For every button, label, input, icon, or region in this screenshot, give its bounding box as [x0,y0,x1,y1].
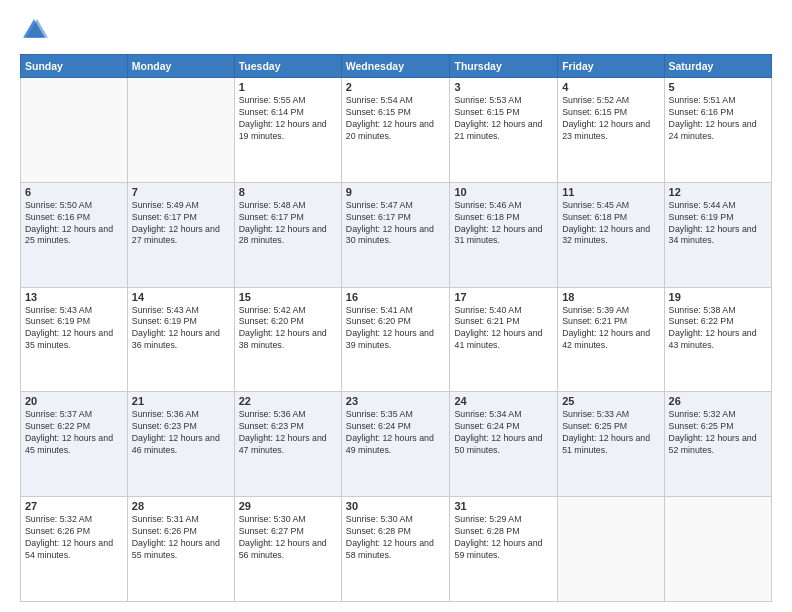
calendar-cell: 17Sunrise: 5:40 AMSunset: 6:21 PMDayligh… [450,287,558,392]
day-info: Sunrise: 5:33 AMSunset: 6:25 PMDaylight:… [562,409,659,457]
calendar-cell [21,78,128,183]
day-number: 2 [346,81,446,93]
day-number: 31 [454,500,553,512]
day-number: 20 [25,395,123,407]
logo-icon [20,16,48,44]
day-info: Sunrise: 5:54 AMSunset: 6:15 PMDaylight:… [346,95,446,143]
calendar-cell: 31Sunrise: 5:29 AMSunset: 6:28 PMDayligh… [450,497,558,602]
calendar-cell: 30Sunrise: 5:30 AMSunset: 6:28 PMDayligh… [341,497,450,602]
calendar-week-row: 27Sunrise: 5:32 AMSunset: 6:26 PMDayligh… [21,497,772,602]
day-info: Sunrise: 5:45 AMSunset: 6:18 PMDaylight:… [562,200,659,248]
day-number: 4 [562,81,659,93]
day-info: Sunrise: 5:35 AMSunset: 6:24 PMDaylight:… [346,409,446,457]
day-info: Sunrise: 5:36 AMSunset: 6:23 PMDaylight:… [239,409,337,457]
header [20,16,772,44]
day-number: 30 [346,500,446,512]
calendar-cell: 12Sunrise: 5:44 AMSunset: 6:19 PMDayligh… [664,182,771,287]
calendar-header-row: SundayMondayTuesdayWednesdayThursdayFrid… [21,55,772,78]
day-number: 19 [669,291,767,303]
calendar-day-header: Monday [127,55,234,78]
day-number: 23 [346,395,446,407]
day-info: Sunrise: 5:47 AMSunset: 6:17 PMDaylight:… [346,200,446,248]
calendar-cell: 6Sunrise: 5:50 AMSunset: 6:16 PMDaylight… [21,182,128,287]
day-number: 18 [562,291,659,303]
day-number: 22 [239,395,337,407]
calendar-cell: 21Sunrise: 5:36 AMSunset: 6:23 PMDayligh… [127,392,234,497]
day-number: 29 [239,500,337,512]
calendar-cell: 24Sunrise: 5:34 AMSunset: 6:24 PMDayligh… [450,392,558,497]
calendar-day-header: Wednesday [341,55,450,78]
calendar-cell: 23Sunrise: 5:35 AMSunset: 6:24 PMDayligh… [341,392,450,497]
day-info: Sunrise: 5:30 AMSunset: 6:27 PMDaylight:… [239,514,337,562]
calendar-cell: 9Sunrise: 5:47 AMSunset: 6:17 PMDaylight… [341,182,450,287]
day-info: Sunrise: 5:29 AMSunset: 6:28 PMDaylight:… [454,514,553,562]
calendar-day-header: Thursday [450,55,558,78]
calendar-cell: 16Sunrise: 5:41 AMSunset: 6:20 PMDayligh… [341,287,450,392]
calendar-cell: 25Sunrise: 5:33 AMSunset: 6:25 PMDayligh… [558,392,664,497]
day-number: 8 [239,186,337,198]
calendar-cell [558,497,664,602]
day-number: 3 [454,81,553,93]
calendar-week-row: 1Sunrise: 5:55 AMSunset: 6:14 PMDaylight… [21,78,772,183]
day-number: 27 [25,500,123,512]
day-number: 10 [454,186,553,198]
logo [20,16,52,44]
day-info: Sunrise: 5:32 AMSunset: 6:25 PMDaylight:… [669,409,767,457]
day-info: Sunrise: 5:50 AMSunset: 6:16 PMDaylight:… [25,200,123,248]
day-number: 14 [132,291,230,303]
day-number: 13 [25,291,123,303]
calendar-week-row: 13Sunrise: 5:43 AMSunset: 6:19 PMDayligh… [21,287,772,392]
day-number: 15 [239,291,337,303]
day-number: 21 [132,395,230,407]
day-number: 26 [669,395,767,407]
calendar-cell: 29Sunrise: 5:30 AMSunset: 6:27 PMDayligh… [234,497,341,602]
calendar-cell [127,78,234,183]
calendar-cell: 10Sunrise: 5:46 AMSunset: 6:18 PMDayligh… [450,182,558,287]
calendar-cell: 4Sunrise: 5:52 AMSunset: 6:15 PMDaylight… [558,78,664,183]
calendar-cell: 2Sunrise: 5:54 AMSunset: 6:15 PMDaylight… [341,78,450,183]
day-info: Sunrise: 5:48 AMSunset: 6:17 PMDaylight:… [239,200,337,248]
day-info: Sunrise: 5:49 AMSunset: 6:17 PMDaylight:… [132,200,230,248]
day-info: Sunrise: 5:34 AMSunset: 6:24 PMDaylight:… [454,409,553,457]
day-info: Sunrise: 5:37 AMSunset: 6:22 PMDaylight:… [25,409,123,457]
calendar-cell: 18Sunrise: 5:39 AMSunset: 6:21 PMDayligh… [558,287,664,392]
calendar-week-row: 20Sunrise: 5:37 AMSunset: 6:22 PMDayligh… [21,392,772,497]
calendar-cell: 20Sunrise: 5:37 AMSunset: 6:22 PMDayligh… [21,392,128,497]
calendar-day-header: Sunday [21,55,128,78]
calendar-cell: 7Sunrise: 5:49 AMSunset: 6:17 PMDaylight… [127,182,234,287]
day-info: Sunrise: 5:42 AMSunset: 6:20 PMDaylight:… [239,305,337,353]
day-number: 16 [346,291,446,303]
calendar-week-row: 6Sunrise: 5:50 AMSunset: 6:16 PMDaylight… [21,182,772,287]
day-info: Sunrise: 5:53 AMSunset: 6:15 PMDaylight:… [454,95,553,143]
day-info: Sunrise: 5:38 AMSunset: 6:22 PMDaylight:… [669,305,767,353]
day-number: 1 [239,81,337,93]
calendar-cell: 27Sunrise: 5:32 AMSunset: 6:26 PMDayligh… [21,497,128,602]
calendar-cell: 28Sunrise: 5:31 AMSunset: 6:26 PMDayligh… [127,497,234,602]
day-info: Sunrise: 5:36 AMSunset: 6:23 PMDaylight:… [132,409,230,457]
day-number: 25 [562,395,659,407]
calendar-cell: 8Sunrise: 5:48 AMSunset: 6:17 PMDaylight… [234,182,341,287]
day-info: Sunrise: 5:51 AMSunset: 6:16 PMDaylight:… [669,95,767,143]
day-number: 7 [132,186,230,198]
calendar-day-header: Saturday [664,55,771,78]
day-number: 9 [346,186,446,198]
day-number: 11 [562,186,659,198]
day-number: 6 [25,186,123,198]
day-number: 28 [132,500,230,512]
day-info: Sunrise: 5:39 AMSunset: 6:21 PMDaylight:… [562,305,659,353]
day-info: Sunrise: 5:43 AMSunset: 6:19 PMDaylight:… [25,305,123,353]
day-info: Sunrise: 5:31 AMSunset: 6:26 PMDaylight:… [132,514,230,562]
calendar-cell: 3Sunrise: 5:53 AMSunset: 6:15 PMDaylight… [450,78,558,183]
day-info: Sunrise: 5:44 AMSunset: 6:19 PMDaylight:… [669,200,767,248]
calendar-cell: 19Sunrise: 5:38 AMSunset: 6:22 PMDayligh… [664,287,771,392]
calendar-day-header: Tuesday [234,55,341,78]
day-number: 24 [454,395,553,407]
day-info: Sunrise: 5:55 AMSunset: 6:14 PMDaylight:… [239,95,337,143]
calendar-cell: 22Sunrise: 5:36 AMSunset: 6:23 PMDayligh… [234,392,341,497]
calendar-cell: 5Sunrise: 5:51 AMSunset: 6:16 PMDaylight… [664,78,771,183]
day-info: Sunrise: 5:43 AMSunset: 6:19 PMDaylight:… [132,305,230,353]
page: SundayMondayTuesdayWednesdayThursdayFrid… [0,0,792,612]
calendar-cell: 11Sunrise: 5:45 AMSunset: 6:18 PMDayligh… [558,182,664,287]
day-number: 12 [669,186,767,198]
calendar-cell: 15Sunrise: 5:42 AMSunset: 6:20 PMDayligh… [234,287,341,392]
